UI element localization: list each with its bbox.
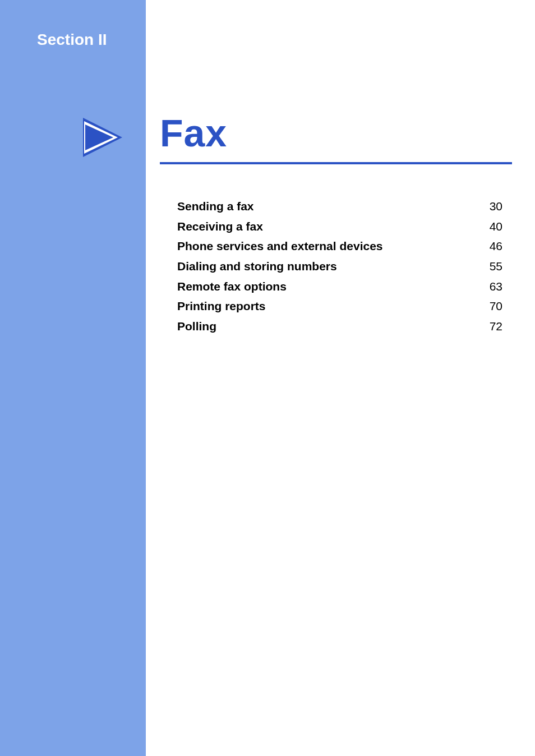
toc-row[interactable]: Sending a fax 30: [177, 196, 502, 216]
toc-item-page: 55: [480, 256, 502, 276]
toc-item-title: Remote fax options: [177, 276, 287, 297]
toc-item-page: 40: [480, 216, 502, 237]
page-content: Section II Fax Sending a fax 30 Receivin…: [0, 0, 535, 756]
toc-item-title: Dialing and storing numbers: [177, 256, 337, 276]
toc-item-page: 46: [480, 236, 502, 256]
toc-item-title: Printing reports: [177, 296, 266, 316]
page-title: Fax: [160, 111, 227, 155]
table-of-contents: Sending a fax 30 Receiving a fax 40 Phon…: [177, 196, 502, 336]
toc-item-title: Phone services and external devices: [177, 236, 383, 256]
toc-row[interactable]: Phone services and external devices 46: [177, 236, 502, 256]
toc-item-page: 70: [480, 296, 502, 316]
toc-item-title: Polling: [177, 316, 216, 336]
toc-row[interactable]: Polling 72: [177, 316, 502, 336]
toc-row[interactable]: Dialing and storing numbers 55: [177, 256, 502, 276]
toc-item-page: 72: [480, 316, 502, 336]
toc-item-page: 30: [480, 196, 502, 216]
toc-row[interactable]: Printing reports 70: [177, 296, 502, 316]
section-label: Section II: [37, 31, 107, 49]
toc-item-title: Receiving a fax: [177, 216, 263, 237]
play-arrow-icon: [83, 118, 133, 157]
toc-item-title: Sending a fax: [177, 196, 254, 216]
toc-item-page: 63: [480, 276, 502, 297]
title-underline: [160, 162, 512, 164]
toc-row[interactable]: Remote fax options 63: [177, 276, 502, 297]
toc-row[interactable]: Receiving a fax 40: [177, 216, 502, 237]
